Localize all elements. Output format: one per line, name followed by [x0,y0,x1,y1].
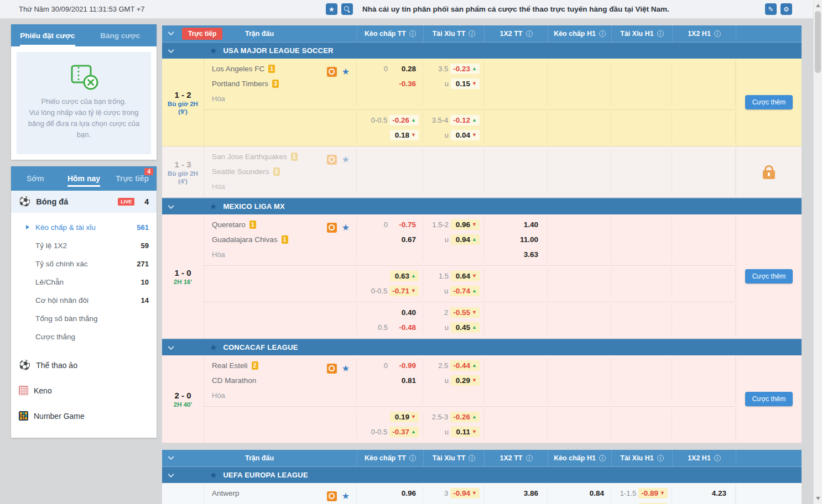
info-icon[interactable]: i [714,30,721,37]
sidebar-market-item[interactable]: Cược thắng [11,328,157,346]
odds-cell[interactable]: 0.84 [578,488,607,498]
favorite-star-icon[interactable]: ★ [342,492,350,501]
odds-cell[interactable]: -0.23▲ [450,64,480,74]
odds-cell[interactable]: -0.44▲ [450,360,480,371]
odds-cell[interactable]: 0.19▼ [390,412,419,422]
info-icon[interactable]: i [409,455,416,461]
odds-1x2-value[interactable]: 3.63 [484,247,547,262]
more-markets-icon[interactable] [327,223,337,233]
chevron-down-icon[interactable] [168,46,174,53]
live-badge: LIVE [118,198,134,206]
sidebar-market-item[interactable]: Tỷ số chính xác271 [11,255,157,273]
odds-cell[interactable]: -0.75 [390,219,419,230]
sidebar-item-number-game[interactable]: Number Game [11,403,157,429]
odds-cell[interactable]: -0.26▲ [450,412,480,422]
odds-1x2-value[interactable]: 1.40 [484,217,547,232]
odds-cell[interactable]: 0.81 [390,375,419,386]
info-icon[interactable]: i [409,30,416,37]
info-icon[interactable]: i [657,455,664,461]
chevron-down-icon[interactable] [168,343,174,349]
scroll-down-arrow-icon[interactable] [816,497,820,500]
odds-cell[interactable]: 0.94▲ [451,234,480,245]
more-bets-button[interactable]: Cược thêm [745,95,793,109]
favorite-star-icon[interactable]: ★ [342,155,350,164]
settings-gear-icon[interactable]: ⚙ [781,3,792,15]
odds-cell[interactable]: 0.29▼ [451,375,480,386]
more-markets-icon[interactable] [327,67,337,77]
odds-cell[interactable]: 0.96 [390,488,419,498]
odds-cell[interactable]: 0.04▼ [451,130,480,140]
odds-cell[interactable]: -0.94▼ [450,488,480,498]
sidebar-market-item[interactable]: Tỷ lệ 1X259 [11,237,157,255]
page-scrollbar[interactable] [813,0,822,504]
favorite-star-icon[interactable]: ★ [342,223,350,232]
sidebar-market-item[interactable]: Cơ hội nhân đôi14 [11,291,157,309]
odds-1x2-value[interactable]: 1.93 [484,501,547,504]
odds-1x2-value[interactable]: 11.00 [484,232,547,247]
more-bets-button[interactable]: Cược thêm [745,392,793,406]
odds-cell[interactable]: 0.18▼ [390,130,419,140]
form-icon[interactable]: ✎ [765,3,777,15]
odds-value: -0.44 [453,361,470,370]
tab-bet-slip[interactable]: Phiếu đặt cược [11,24,84,46]
league-star-icon[interactable]: ★ [210,46,217,56]
odds-cell[interactable]: -0.48 [390,322,419,333]
info-icon[interactable]: i [657,30,664,37]
more-markets-icon[interactable] [327,155,337,165]
info-icon[interactable]: i [714,455,721,461]
chevron-down-icon[interactable] [168,471,174,477]
favorite-star-icon[interactable]: ★ [342,67,350,76]
odds-cell[interactable]: -0.71▼ [389,286,419,296]
sidebar-market-item[interactable]: Lẻ/Chẵn10 [11,273,157,291]
sidebar-item-thể-thao-ảo[interactable]: ⚽Thể thao ảo [11,353,157,378]
sidebar-item-keno[interactable]: Keno [11,378,157,403]
odds-cell[interactable]: 0.96▼ [451,219,480,230]
tab-today[interactable]: Hôm nay [60,166,108,191]
odds-cell[interactable]: -0.99 [390,360,419,371]
more-markets-icon[interactable] [327,364,337,374]
favorites-icon[interactable]: ★ [326,3,337,15]
odds-cell[interactable]: -0.55▼ [450,307,480,318]
search-icon[interactable] [341,3,353,15]
odds-cell[interactable]: -0.37▲ [389,427,419,437]
odds-cell[interactable]: 0.45▲ [451,322,480,333]
odds-1x2-value[interactable]: 2.55 [672,501,735,504]
tab-bet-board[interactable]: Bảng cược [84,24,157,46]
odds-cell[interactable]: 0.15▼ [451,78,480,89]
odds-cell[interactable]: 0.40 [390,307,419,318]
odds-cell[interactable]: 0.63▲ [390,271,419,281]
chevron-down-icon[interactable] [168,202,174,208]
odds-cell[interactable]: 0.64▼ [451,271,480,281]
info-icon[interactable]: i [599,30,606,37]
live-filter-badge[interactable]: Trực tiếp [182,28,222,40]
sidebar-market-item[interactable]: Kèo chấp & tài xỉu561 [11,218,157,237]
odds-cell[interactable]: 0.11▼ [451,427,480,437]
odds-cell[interactable]: 0.28 [390,64,419,74]
league-star-icon[interactable]: ★ [210,343,217,353]
odds-1x2-value[interactable]: 3.86 [484,486,547,501]
odds-cell[interactable]: -0.12▲ [450,115,480,125]
odds-cell[interactable]: -0.74▲ [450,286,480,296]
tab-early[interactable]: Sớm [11,166,60,191]
info-icon[interactable]: i [469,455,475,461]
odds-cell[interactable]: -0.36 [390,78,419,89]
info-icon[interactable]: i [469,30,475,37]
sidebar-market-item[interactable]: Tổng số bàn thắng [11,309,157,328]
chevron-down-icon[interactable] [168,454,174,460]
sidebar-item-football[interactable]: ⚽ Bóng đá LIVE 4 [11,191,157,213]
chevron-down-icon[interactable] [168,29,174,35]
odds-cell[interactable]: -0.89▼ [638,488,668,498]
league-star-icon[interactable]: ★ [210,470,217,480]
odds-cell[interactable]: -0.26▲ [389,115,419,125]
league-star-icon[interactable]: ★ [210,202,217,212]
info-icon[interactable]: i [599,455,606,461]
scroll-up-arrow-icon[interactable] [816,4,820,7]
info-icon[interactable]: i [526,455,533,461]
favorite-star-icon[interactable]: ★ [342,364,350,373]
info-icon[interactable]: i [526,30,533,37]
more-markets-icon[interactable] [327,491,337,501]
scrollbar-thumb[interactable] [815,11,821,73]
odds-1x2-value[interactable]: 4.23 [672,486,735,501]
odds-cell[interactable]: 0.67 [390,234,419,245]
more-bets-button[interactable]: Cược thêm [745,269,793,284]
